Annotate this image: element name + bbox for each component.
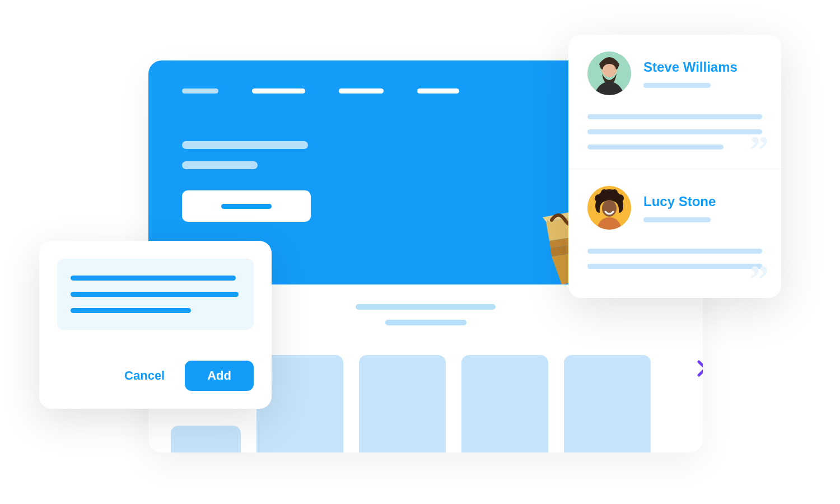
svg-point-6 bbox=[616, 194, 624, 202]
quote-icon: ” bbox=[749, 140, 769, 160]
testimonial-subline bbox=[643, 83, 711, 88]
testimonial-name: Lucy Stone bbox=[643, 194, 716, 209]
testimonial-line bbox=[587, 249, 762, 254]
avatar bbox=[587, 52, 631, 95]
testimonial-line bbox=[587, 264, 762, 269]
section-subtitle-line bbox=[385, 320, 466, 325]
hero-line-1 bbox=[182, 141, 308, 149]
hero-cta-label bbox=[221, 204, 272, 209]
testimonial-item-1: Steve Williams ” bbox=[568, 35, 781, 169]
product-tile-3[interactable] bbox=[461, 355, 548, 452]
product-tile-4[interactable] bbox=[564, 355, 651, 452]
section-title-line bbox=[356, 304, 496, 310]
nav-item-logo[interactable] bbox=[182, 88, 218, 94]
avatar bbox=[587, 186, 631, 230]
dialog-text-line-1 bbox=[71, 276, 236, 281]
product-tile-2[interactable] bbox=[359, 355, 446, 452]
hero-cta-button[interactable] bbox=[182, 190, 311, 222]
testimonial-body bbox=[587, 249, 762, 269]
svg-point-5 bbox=[595, 194, 603, 202]
nav-item-2[interactable] bbox=[339, 88, 384, 94]
product-tile-partial[interactable] bbox=[171, 426, 241, 452]
carousel-next-button[interactable] bbox=[686, 352, 703, 385]
quote-icon: ” bbox=[749, 269, 769, 289]
nav-item-3[interactable] bbox=[417, 88, 459, 94]
hero-line-2 bbox=[182, 161, 258, 169]
testimonial-body bbox=[587, 114, 762, 150]
dialog-text-line-2 bbox=[71, 292, 239, 297]
cancel-button[interactable]: Cancel bbox=[112, 361, 177, 391]
chevron-right-icon bbox=[697, 360, 703, 377]
testimonials-panel: Steve Williams ” bbox=[568, 35, 781, 298]
testimonial-name: Steve Williams bbox=[643, 59, 738, 75]
add-dialog: Cancel Add bbox=[39, 241, 272, 409]
dialog-content-box bbox=[57, 259, 254, 330]
svg-point-8 bbox=[611, 189, 618, 196]
add-button[interactable]: Add bbox=[185, 361, 254, 391]
nav-item-1[interactable] bbox=[252, 88, 305, 94]
svg-point-7 bbox=[601, 189, 608, 196]
testimonial-line bbox=[587, 114, 762, 119]
testimonial-subline bbox=[643, 217, 711, 222]
testimonial-item-2: Lucy Stone ” bbox=[568, 169, 781, 298]
dialog-text-line-3 bbox=[71, 308, 191, 313]
testimonial-line bbox=[587, 129, 762, 134]
testimonial-line bbox=[587, 144, 724, 150]
dialog-actions: Cancel Add bbox=[57, 361, 254, 391]
